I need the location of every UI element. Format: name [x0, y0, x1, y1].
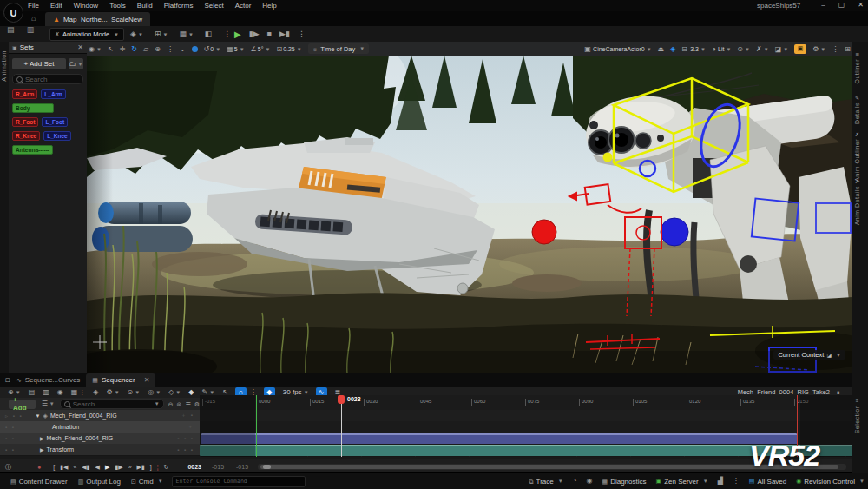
- all-saved-button[interactable]: ▤ All Saved: [749, 478, 786, 486]
- cine-camera-dropdown[interactable]: ▣ CineCameraActor0▼: [584, 45, 651, 53]
- menu-platforms[interactable]: Platforms: [164, 2, 194, 10]
- network-icon[interactable]: ▟: [718, 478, 723, 485]
- cinematics-icon[interactable]: ▦▼: [179, 30, 193, 38]
- maximize-icon[interactable]: ▢: [838, 1, 845, 9]
- jump-to-end-icon[interactable]: ▶▮: [137, 464, 145, 471]
- animation-panel-tab[interactable]: Animation: [1, 50, 7, 82]
- set-pill-r-knee[interactable]: R_Knee: [12, 131, 40, 141]
- list-icon[interactable]: ☰: [185, 401, 190, 407]
- tab-anim-details[interactable]: ✗ Anim Details: [854, 179, 860, 225]
- menu-actor[interactable]: Actor: [235, 2, 252, 10]
- home-icon[interactable]: ⌂: [31, 14, 36, 23]
- world-space-icon[interactable]: ⊕: [155, 45, 161, 53]
- content-browser-icon[interactable]: ▥: [27, 26, 35, 34]
- rotate-tool-icon[interactable]: ↻: [131, 45, 137, 53]
- pilot-camera-icon[interactable]: ◈: [670, 45, 675, 53]
- level-viewport[interactable]: ◉▼ ↖ ✛ ↻ ▱ ⊕ ⋮ ⌄ ↺0▼ ▦5▼ ∠5°▼ ⊡0.25▼ ☼ T…: [87, 42, 852, 373]
- transform-kebab-icon[interactable]: ⋮: [167, 45, 174, 53]
- toolbar-extra-icon[interactable]: ◧: [205, 30, 213, 38]
- lane-rig[interactable]: [200, 410, 852, 422]
- game-view-toggle-icon[interactable]: ▣: [794, 44, 806, 54]
- view-options-eye-icon[interactable]: ⊙▼: [128, 388, 141, 396]
- menu-help[interactable]: Help: [262, 2, 276, 10]
- play-reverse-icon[interactable]: ◀: [95, 464, 100, 471]
- scale-snap-icon[interactable]: ⊡0.25▼: [276, 45, 301, 53]
- camera-settings-icon[interactable]: ◪▼: [775, 45, 789, 53]
- set-end-bracket-icon[interactable]: ]: [150, 464, 152, 470]
- expander-icon[interactable]: ▼: [36, 413, 41, 419]
- set-pill-body[interactable]: Body-----------: [12, 103, 54, 113]
- tab-outliner[interactable]: ≣ Outliner: [854, 52, 860, 84]
- viewport-settings-gear-icon[interactable]: ⚙▼: [812, 45, 825, 53]
- step-forward-icon[interactable]: ▮▶: [115, 464, 122, 471]
- world-dropdown-icon[interactable]: ⊕▼: [8, 388, 21, 396]
- console-command-input[interactable]: Enter Console Command: [172, 476, 306, 487]
- toolbar-kebab-icon[interactable]: ⋮: [223, 30, 231, 38]
- lock-icon[interactable]: ∎: [837, 389, 840, 395]
- select-tool-icon[interactable]: ↖: [108, 45, 114, 53]
- step-back-icon[interactable]: ◀▮: [82, 464, 89, 471]
- show-flags-icon[interactable]: ⊙▼: [737, 45, 750, 53]
- blue-sphere-control[interactable]: [661, 218, 688, 246]
- viewport-kebab-icon[interactable]: ⋮: [832, 45, 838, 53]
- viewport-scene[interactable]: [87, 56, 852, 373]
- output-log-button[interactable]: ▥ Output Log: [78, 473, 121, 489]
- set-folder-dropdown[interactable]: 🗀▼: [69, 58, 83, 69]
- next-key-icon[interactable]: »: [128, 464, 132, 470]
- maximize-viewport-icon[interactable]: ⊞: [845, 45, 851, 53]
- add-track-button[interactable]: + Add: [9, 400, 36, 409]
- menu-tools[interactable]: Tools: [109, 2, 126, 10]
- angle-snap-icon[interactable]: ∠5°▼: [251, 45, 271, 53]
- auto-key-icon[interactable]: ◆: [188, 388, 194, 396]
- auto-key-options-icon[interactable]: ◇▼: [168, 388, 181, 396]
- timeline-ruler[interactable]: -015 0000 0015 0030 0045 0060 0075 0090 …: [200, 395, 852, 411]
- current-context-button[interactable]: Current Context ◪ ▼: [773, 350, 845, 360]
- track-row-animation[interactable]: ▪ ▪ Animation ＋: [0, 421, 200, 433]
- editor-mode-dropdown[interactable]: ✗ Animation Mode ▼: [49, 28, 124, 41]
- character-show-icon[interactable]: ✗▼: [756, 45, 769, 53]
- view-mode-dropdown[interactable]: ◑ Lit▼: [712, 45, 731, 53]
- status-kebab-icon[interactable]: ⋮: [733, 478, 740, 485]
- tab-sequencer-curves[interactable]: ∿ Sequenc...Curves: [10, 373, 86, 387]
- set-pill-antenna[interactable]: Antenna------: [12, 145, 53, 155]
- unreal-logo[interactable]: U: [3, 3, 23, 23]
- set-pill-l-knee[interactable]: L_Knee: [43, 131, 70, 141]
- save-sequence-icon[interactable]: ▤: [29, 388, 36, 396]
- scrollbar-nub[interactable]: [263, 465, 271, 469]
- tab-anim-outliner[interactable]: ✗ Anim Outliner: [854, 132, 860, 182]
- play-forward-icon[interactable]: ▶: [105, 464, 109, 471]
- jump-to-start-icon[interactable]: ▮◀: [60, 464, 68, 471]
- play-options-kebab-icon[interactable]: ⋮: [298, 30, 306, 38]
- create-camera-icon[interactable]: ◉: [57, 388, 63, 396]
- screenshot-icon[interactable]: ◉: [587, 478, 593, 485]
- screen-percentage-icon[interactable]: ⊟ 3.3▼: [681, 45, 706, 53]
- menu-select[interactable]: Select: [204, 2, 223, 10]
- close-icon[interactable]: ✕: [77, 43, 83, 51]
- launch-icon[interactable]: ▶▮: [279, 30, 290, 38]
- track-row-rig[interactable]: ▹ ▪ ▪ ▼ ◈ Mech_Friend_0004_RIG ＋ ▪: [0, 410, 200, 422]
- record-icon[interactable]: ●: [37, 464, 41, 470]
- pin-icon[interactable]: ⊜: [177, 401, 182, 407]
- add-set-button[interactable]: + Add Set: [12, 58, 66, 69]
- prev-key-icon[interactable]: «: [73, 464, 76, 470]
- level-tab[interactable]: ▲ Map_Northe..._ScaleNew: [45, 12, 150, 26]
- track-row-transform[interactable]: ▪ ▪ ▶ Transform ▪ ▪ ▪: [0, 444, 200, 456]
- keying-options-icon[interactable]: ◎▼: [148, 388, 161, 396]
- frame-skip-icon[interactable]: ▮▶: [249, 30, 260, 38]
- close-icon[interactable]: ✕: [144, 376, 150, 384]
- info-icon[interactable]: ⓘ: [5, 463, 11, 472]
- add-actor-to-sequencer-icon[interactable]: ◈: [93, 388, 98, 396]
- play-icon[interactable]: ▶: [234, 30, 241, 39]
- playhead-marker[interactable]: [338, 395, 345, 404]
- set-start-bracket-icon[interactable]: [: [53, 464, 55, 470]
- save-icon[interactable]: ▤: [7, 26, 15, 34]
- diagnostics-button[interactable]: ▦ Diagnostics: [602, 478, 647, 486]
- tab-details[interactable]: ✎ Details: [854, 96, 860, 124]
- snapping-toggle-icon[interactable]: [192, 46, 198, 52]
- filter-icon[interactable]: ☰▼: [42, 400, 55, 407]
- viewport-options-icon[interactable]: ◉▼: [89, 45, 102, 53]
- menu-build[interactable]: Build: [137, 2, 153, 10]
- yellow-dot-control[interactable]: [603, 153, 613, 162]
- minimize-icon[interactable]: –: [821, 1, 825, 9]
- stop-icon[interactable]: ■: [267, 30, 272, 38]
